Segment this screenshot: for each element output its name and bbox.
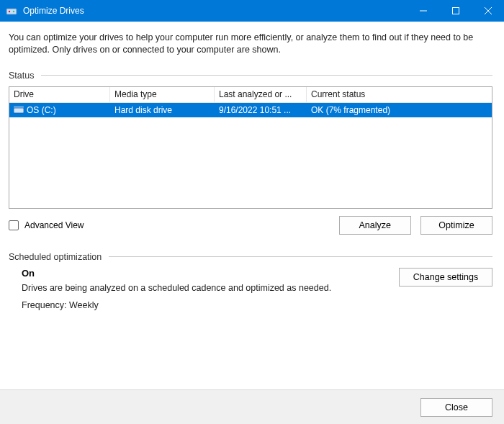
- window-title: Optimize Drives: [23, 6, 84, 16]
- schedule-frequency: Frequency: Weekly: [22, 300, 331, 310]
- drive-icon: [14, 106, 24, 114]
- svg-rect-8: [14, 106, 24, 108]
- col-header-status[interactable]: Current status: [307, 87, 492, 102]
- col-header-media[interactable]: Media type: [110, 87, 215, 102]
- footer: Close: [0, 389, 504, 424]
- list-header: Drive Media type Last analyzed or ... Cu…: [9, 87, 492, 103]
- svg-rect-7: [14, 108, 24, 113]
- status-group-label: Status: [9, 71, 492, 81]
- close-button[interactable]: Close: [420, 398, 492, 417]
- svg-rect-4: [452, 8, 459, 14]
- drives-list[interactable]: Drive Media type Last analyzed or ... Cu…: [9, 86, 492, 209]
- schedule-label: Scheduled optimization: [9, 252, 102, 262]
- svg-rect-0: [6, 9, 17, 14]
- cell-drive: OS (C:): [27, 105, 56, 115]
- titlebar: Optimize Drives: [0, 0, 504, 22]
- schedule-state: On: [22, 268, 331, 279]
- intro-text: You can optimize your drives to help you…: [9, 32, 492, 56]
- col-header-drive[interactable]: Drive: [9, 87, 110, 102]
- maximize-button[interactable]: [439, 0, 472, 22]
- cell-media: Hard disk drive: [114, 105, 172, 115]
- advanced-view-checkbox[interactable]: Advanced View: [9, 220, 84, 230]
- divider: [109, 256, 492, 257]
- table-row[interactable]: OS (C:) Hard disk drive 9/16/2022 10:51 …: [9, 103, 492, 117]
- cell-last: 9/16/2022 10:51 ...: [219, 105, 291, 115]
- schedule-desc: Drives are being analyzed on a scheduled…: [22, 283, 331, 293]
- app-icon: [6, 5, 17, 17]
- optimize-button[interactable]: Optimize: [420, 216, 492, 235]
- svg-point-2: [13, 11, 14, 12]
- minimize-button[interactable]: [407, 0, 439, 22]
- close-window-button[interactable]: [472, 0, 504, 22]
- col-header-last[interactable]: Last analyzed or ...: [215, 87, 307, 102]
- schedule-group-label: Scheduled optimization: [9, 252, 492, 262]
- analyze-button[interactable]: Analyze: [339, 216, 411, 235]
- checkbox-box: [9, 220, 19, 230]
- cell-status: OK (7% fragmented): [311, 105, 390, 115]
- svg-point-1: [9, 11, 10, 12]
- status-label: Status: [9, 71, 34, 81]
- advanced-view-label: Advanced View: [24, 220, 84, 230]
- divider: [41, 75, 492, 76]
- change-settings-button[interactable]: Change settings: [399, 268, 492, 287]
